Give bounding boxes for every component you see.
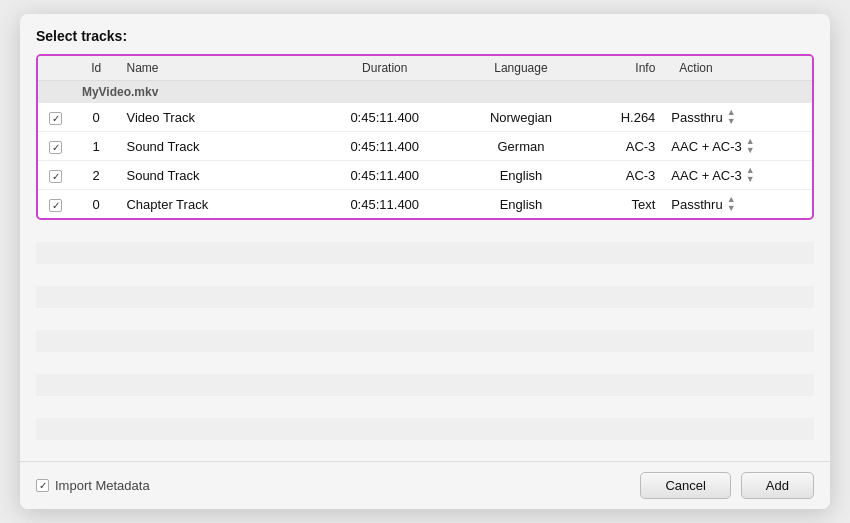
track-info: AC-3	[589, 161, 663, 190]
track-action-value: Passthru	[671, 110, 722, 125]
track-action-value: Passthru	[671, 197, 722, 212]
track-language: German	[453, 132, 589, 161]
stepper-down-icon[interactable]: ▼	[746, 146, 755, 155]
table-row: 0 Chapter Track 0:45:11.400 English Text…	[38, 190, 812, 219]
track-id: 0	[74, 190, 119, 219]
empty-stripe	[36, 220, 814, 453]
col-header-name: Name	[118, 56, 316, 81]
track-action-value: AAC + AC-3	[671, 139, 741, 154]
action-stepper[interactable]: ▲ ▼	[727, 195, 736, 213]
import-metadata-label: Import Metadata	[55, 478, 150, 493]
table-row: 1 Sound Track 0:45:11.400 German AC-3 AA…	[38, 132, 812, 161]
action-stepper[interactable]: ▲ ▼	[746, 166, 755, 184]
import-metadata-area[interactable]: Import Metadata	[36, 478, 150, 493]
table-row: 2 Sound Track 0:45:11.400 English AC-3 A…	[38, 161, 812, 190]
track-checkbox-cell[interactable]	[38, 190, 74, 219]
file-row: MyVideo.mkv	[38, 81, 812, 104]
track-checkbox-cell[interactable]	[38, 132, 74, 161]
track-info: H.264	[589, 103, 663, 132]
stepper-down-icon[interactable]: ▼	[727, 204, 736, 213]
track-name: Sound Track	[118, 132, 316, 161]
dialog-body: Select tracks: Id Name Duration Language…	[20, 14, 830, 461]
track-id: 0	[74, 103, 119, 132]
file-name: MyVideo.mkv	[74, 81, 812, 104]
track-action-cell: Passthru ▲ ▼	[663, 190, 812, 219]
track-action-cell: Passthru ▲ ▼	[663, 103, 812, 132]
track-checkbox-cell[interactable]	[38, 161, 74, 190]
add-button[interactable]: Add	[741, 472, 814, 499]
action-stepper[interactable]: ▲ ▼	[727, 108, 736, 126]
track-checkbox[interactable]	[49, 170, 62, 183]
table-header-row: Id Name Duration Language Info Action	[38, 56, 812, 81]
track-info: AC-3	[589, 132, 663, 161]
track-checkbox[interactable]	[49, 199, 62, 212]
action-stepper[interactable]: ▲ ▼	[746, 137, 755, 155]
track-table-wrapper: Id Name Duration Language Info Action My…	[36, 54, 814, 220]
col-header-id: Id	[74, 56, 119, 81]
col-header-info: Info	[589, 56, 663, 81]
stepper-down-icon[interactable]: ▼	[727, 117, 736, 126]
import-metadata-checkbox[interactable]	[36, 479, 49, 492]
col-header-check	[38, 56, 74, 81]
dialog-footer: Import Metadata Cancel Add	[20, 461, 830, 509]
track-action-value: AAC + AC-3	[671, 168, 741, 183]
stepper-down-icon[interactable]: ▼	[746, 175, 755, 184]
track-duration: 0:45:11.400	[317, 132, 453, 161]
track-name: Chapter Track	[118, 190, 316, 219]
cancel-button[interactable]: Cancel	[640, 472, 730, 499]
extra-rows-area	[36, 220, 814, 453]
track-duration: 0:45:11.400	[317, 190, 453, 219]
col-header-language: Language	[453, 56, 589, 81]
col-header-action: Action	[663, 56, 812, 81]
track-name: Sound Track	[118, 161, 316, 190]
track-name: Video Track	[118, 103, 316, 132]
track-duration: 0:45:11.400	[317, 103, 453, 132]
track-id: 1	[74, 132, 119, 161]
track-checkbox[interactable]	[49, 112, 62, 125]
track-checkbox-cell[interactable]	[38, 103, 74, 132]
track-action-cell: AAC + AC-3 ▲ ▼	[663, 161, 812, 190]
footer-buttons: Cancel Add	[640, 472, 814, 499]
section-title: Select tracks:	[36, 28, 814, 44]
track-table: Id Name Duration Language Info Action My…	[38, 56, 812, 218]
track-checkbox[interactable]	[49, 141, 62, 154]
track-language: English	[453, 161, 589, 190]
track-language: Norwegian	[453, 103, 589, 132]
col-header-duration: Duration	[317, 56, 453, 81]
select-tracks-dialog: Select tracks: Id Name Duration Language…	[20, 14, 830, 509]
track-action-cell: AAC + AC-3 ▲ ▼	[663, 132, 812, 161]
track-duration: 0:45:11.400	[317, 161, 453, 190]
track-language: English	[453, 190, 589, 219]
table-row: 0 Video Track 0:45:11.400 Norwegian H.26…	[38, 103, 812, 132]
track-info: Text	[589, 190, 663, 219]
track-id: 2	[74, 161, 119, 190]
